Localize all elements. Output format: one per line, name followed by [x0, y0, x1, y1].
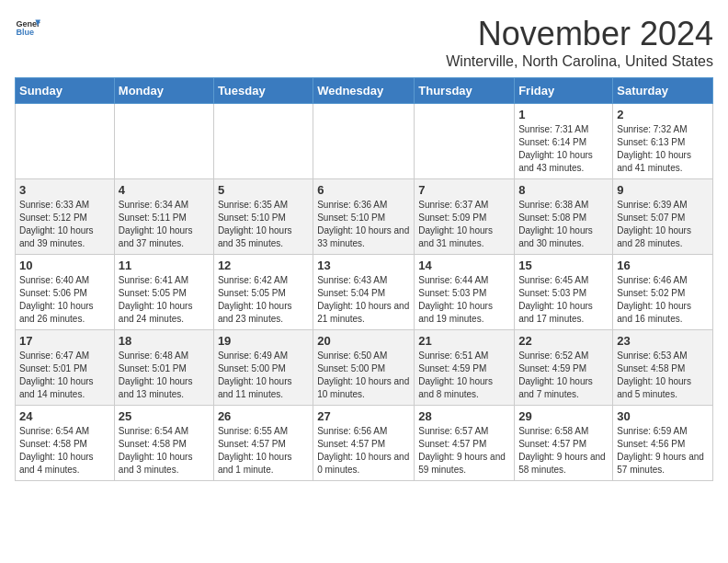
location-title: Winterville, North Carolina, United Stat… [446, 53, 713, 70]
day-header: Saturday [613, 78, 713, 104]
calendar-cell: 1Sunrise: 7:31 AM Sunset: 6:14 PM Daylig… [515, 104, 613, 179]
day-info: Sunrise: 6:51 AM Sunset: 4:59 PM Dayligh… [418, 350, 510, 401]
day-info: Sunrise: 6:44 AM Sunset: 5:03 PM Dayligh… [418, 274, 510, 326]
day-number: 19 [218, 334, 309, 348]
day-number: 16 [617, 259, 709, 272]
day-info: Sunrise: 6:35 AM Sunset: 5:10 PM Dayligh… [218, 199, 309, 250]
day-info: Sunrise: 6:50 AM Sunset: 5:00 PM Dayligh… [317, 350, 410, 401]
day-number: 1 [518, 108, 609, 121]
svg-text:Blue: Blue [16, 28, 34, 37]
day-info: Sunrise: 6:59 AM Sunset: 4:56 PM Dayligh… [617, 425, 709, 477]
day-number: 20 [317, 334, 410, 348]
calendar-week-row: 17Sunrise: 6:47 AM Sunset: 5:01 PM Dayli… [16, 330, 713, 406]
day-number: 10 [19, 259, 110, 272]
calendar-cell: 17Sunrise: 6:47 AM Sunset: 5:01 PM Dayli… [16, 330, 115, 406]
day-number: 27 [317, 409, 410, 423]
day-number: 15 [518, 259, 609, 272]
calendar-cell: 21Sunrise: 6:51 AM Sunset: 4:59 PM Dayli… [415, 330, 515, 406]
day-info: Sunrise: 6:41 AM Sunset: 5:05 PM Dayligh… [119, 274, 210, 326]
day-header: Monday [114, 78, 213, 104]
calendar-cell: 24Sunrise: 6:54 AM Sunset: 4:58 PM Dayli… [16, 406, 115, 481]
calendar-cell: 15Sunrise: 6:45 AM Sunset: 5:03 PM Dayli… [515, 255, 613, 330]
day-number: 9 [617, 183, 709, 197]
day-info: Sunrise: 6:54 AM Sunset: 4:58 PM Dayligh… [119, 425, 210, 477]
calendar-cell: 30Sunrise: 6:59 AM Sunset: 4:56 PM Dayli… [613, 406, 713, 481]
day-info: Sunrise: 6:46 AM Sunset: 5:02 PM Dayligh… [617, 274, 709, 326]
calendar-cell: 19Sunrise: 6:49 AM Sunset: 5:00 PM Dayli… [213, 330, 313, 406]
day-number: 28 [418, 409, 510, 423]
day-number: 21 [418, 334, 510, 348]
month-title: November 2024 [446, 15, 713, 53]
day-info: Sunrise: 7:32 AM Sunset: 6:13 PM Dayligh… [617, 123, 709, 175]
calendar-cell [114, 104, 213, 179]
day-info: Sunrise: 6:42 AM Sunset: 5:05 PM Dayligh… [218, 274, 309, 326]
day-info: Sunrise: 6:49 AM Sunset: 5:00 PM Dayligh… [218, 350, 309, 401]
calendar-cell: 12Sunrise: 6:42 AM Sunset: 5:05 PM Dayli… [213, 255, 313, 330]
day-number: 12 [218, 259, 309, 272]
calendar-cell: 18Sunrise: 6:48 AM Sunset: 5:01 PM Dayli… [114, 330, 213, 406]
day-number: 18 [119, 334, 210, 348]
day-number: 22 [518, 334, 609, 348]
calendar-cell [415, 104, 515, 179]
calendar-week-row: 1Sunrise: 7:31 AM Sunset: 6:14 PM Daylig… [16, 104, 713, 179]
day-info: Sunrise: 6:33 AM Sunset: 5:12 PM Dayligh… [19, 199, 110, 250]
calendar-cell: 25Sunrise: 6:54 AM Sunset: 4:58 PM Dayli… [114, 406, 213, 481]
calendar-cell: 9Sunrise: 6:39 AM Sunset: 5:07 PM Daylig… [613, 179, 713, 255]
calendar-cell: 29Sunrise: 6:58 AM Sunset: 4:57 PM Dayli… [515, 406, 613, 481]
header: General Blue November 2024 Winterville, … [15, 15, 713, 70]
calendar-cell: 4Sunrise: 6:34 AM Sunset: 5:11 PM Daylig… [114, 179, 213, 255]
day-info: Sunrise: 6:53 AM Sunset: 4:58 PM Dayligh… [617, 350, 709, 401]
day-number: 7 [418, 183, 510, 197]
day-info: Sunrise: 6:39 AM Sunset: 5:07 PM Dayligh… [617, 199, 709, 250]
day-number: 17 [19, 334, 110, 348]
calendar-table: SundayMondayTuesdayWednesdayThursdayFrid… [15, 77, 713, 481]
day-number: 29 [518, 409, 609, 423]
calendar-cell: 22Sunrise: 6:52 AM Sunset: 4:59 PM Dayli… [515, 330, 613, 406]
day-info: Sunrise: 6:40 AM Sunset: 5:06 PM Dayligh… [19, 274, 110, 326]
calendar-cell: 16Sunrise: 6:46 AM Sunset: 5:02 PM Dayli… [613, 255, 713, 330]
day-header: Friday [515, 78, 613, 104]
calendar-week-row: 3Sunrise: 6:33 AM Sunset: 5:12 PM Daylig… [16, 179, 713, 255]
calendar-cell: 26Sunrise: 6:55 AM Sunset: 4:57 PM Dayli… [213, 406, 313, 481]
calendar-cell: 2Sunrise: 7:32 AM Sunset: 6:13 PM Daylig… [613, 104, 713, 179]
day-header: Wednesday [313, 78, 415, 104]
day-number: 5 [218, 183, 309, 197]
logo-icon: General Blue [15, 15, 40, 40]
day-header: Tuesday [213, 78, 313, 104]
day-info: Sunrise: 6:34 AM Sunset: 5:11 PM Dayligh… [119, 199, 210, 250]
header-row: SundayMondayTuesdayWednesdayThursdayFrid… [16, 78, 713, 104]
calendar-cell: 7Sunrise: 6:37 AM Sunset: 5:09 PM Daylig… [415, 179, 515, 255]
day-number: 8 [518, 183, 609, 197]
calendar-cell: 6Sunrise: 6:36 AM Sunset: 5:10 PM Daylig… [313, 179, 415, 255]
title-area: November 2024 Winterville, North Carolin… [446, 15, 713, 70]
calendar-cell: 5Sunrise: 6:35 AM Sunset: 5:10 PM Daylig… [213, 179, 313, 255]
day-info: Sunrise: 6:56 AM Sunset: 4:57 PM Dayligh… [317, 425, 410, 477]
calendar-week-row: 24Sunrise: 6:54 AM Sunset: 4:58 PM Dayli… [16, 406, 713, 481]
day-number: 11 [119, 259, 210, 272]
calendar-cell: 23Sunrise: 6:53 AM Sunset: 4:58 PM Dayli… [613, 330, 713, 406]
calendar-cell [16, 104, 115, 179]
calendar-cell: 20Sunrise: 6:50 AM Sunset: 5:00 PM Dayli… [313, 330, 415, 406]
day-number: 23 [617, 334, 709, 348]
day-info: Sunrise: 6:38 AM Sunset: 5:08 PM Dayligh… [518, 199, 609, 250]
day-number: 25 [119, 409, 210, 423]
day-info: Sunrise: 6:52 AM Sunset: 4:59 PM Dayligh… [518, 350, 609, 401]
day-info: Sunrise: 7:31 AM Sunset: 6:14 PM Dayligh… [518, 123, 609, 175]
day-number: 13 [317, 259, 410, 272]
day-number: 30 [617, 409, 709, 423]
calendar-cell: 13Sunrise: 6:43 AM Sunset: 5:04 PM Dayli… [313, 255, 415, 330]
calendar-cell: 28Sunrise: 6:57 AM Sunset: 4:57 PM Dayli… [415, 406, 515, 481]
day-number: 24 [19, 409, 110, 423]
calendar-cell: 3Sunrise: 6:33 AM Sunset: 5:12 PM Daylig… [16, 179, 115, 255]
calendar-cell: 8Sunrise: 6:38 AM Sunset: 5:08 PM Daylig… [515, 179, 613, 255]
day-number: 26 [218, 409, 309, 423]
calendar-cell: 27Sunrise: 6:56 AM Sunset: 4:57 PM Dayli… [313, 406, 415, 481]
day-number: 2 [617, 108, 709, 121]
calendar-cell [313, 104, 415, 179]
calendar-cell: 11Sunrise: 6:41 AM Sunset: 5:05 PM Dayli… [114, 255, 213, 330]
day-number: 4 [119, 183, 210, 197]
day-number: 3 [19, 183, 110, 197]
calendar-cell: 10Sunrise: 6:40 AM Sunset: 5:06 PM Dayli… [16, 255, 115, 330]
day-header: Sunday [16, 78, 115, 104]
day-info: Sunrise: 6:48 AM Sunset: 5:01 PM Dayligh… [119, 350, 210, 401]
